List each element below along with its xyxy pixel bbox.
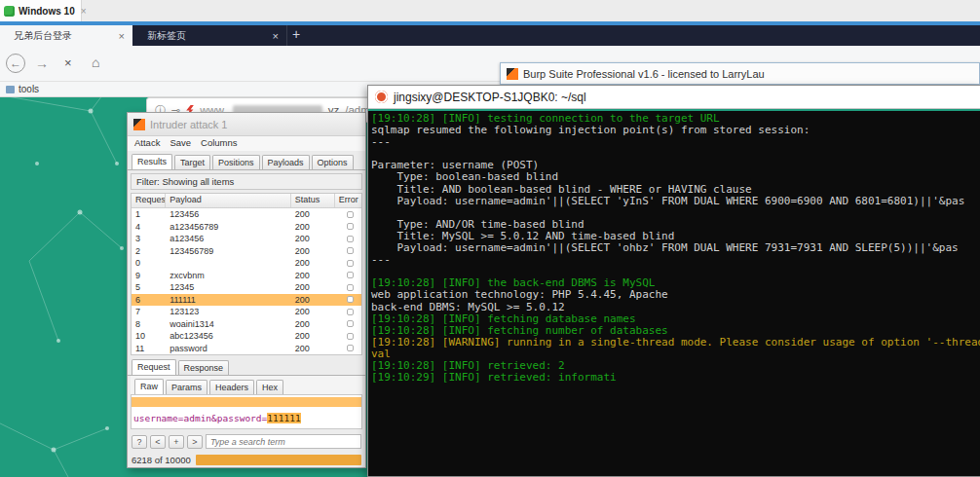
search-nav-button[interactable]: <: [150, 435, 166, 449]
browser-tab-newtab[interactable]: 新标签页 ×: [133, 25, 287, 46]
request-body-text: username=admin&password=: [133, 413, 267, 423]
terminal-output[interactable]: [19:10:28] [INFO] testing connection to …: [368, 111, 980, 384]
request-raw-view[interactable]: username=admin&password=111111: [131, 395, 362, 429]
terminal-line: Payload: username=admin'||(SELECT 'yInS'…: [371, 196, 980, 207]
column-header-status[interactable]: Status: [291, 194, 335, 207]
burp-main-window-titlebar[interactable]: Burp Suite Professional v1.6 - licensed …: [500, 62, 980, 85]
table-row[interactable]: 5 12345 200: [132, 281, 361, 294]
intruder-window: Intruder attack 1 AttackSaveColumns Resu…: [127, 112, 366, 468]
cell-status: 200: [291, 331, 335, 341]
search-nav-button[interactable]: +: [169, 435, 184, 449]
cell-payload: a123456789: [166, 222, 291, 232]
cell-error: [335, 211, 361, 218]
intruder-tabs: ResultsTargetPositionsPayloadsOptions: [128, 151, 365, 170]
tab-close-icon[interactable]: ×: [119, 30, 125, 42]
error-checkbox[interactable]: [347, 211, 354, 218]
cell-request: 3: [132, 234, 166, 243]
cell-payload: password: [166, 344, 291, 353]
message-format-tabs: RawParamsHeadersHex: [131, 376, 362, 395]
error-checkbox[interactable]: [347, 272, 354, 278]
menu-item[interactable]: Attack: [134, 137, 160, 151]
tab-close-icon[interactable]: ×: [273, 30, 279, 42]
viewer-tab[interactable]: Response: [178, 360, 230, 375]
cell-status: 200: [291, 282, 335, 292]
column-header-payload[interactable]: Payload: [166, 194, 291, 207]
error-checkbox[interactable]: [347, 236, 354, 242]
format-tab[interactable]: Params: [166, 380, 207, 394]
terminal-line: web application technology: PHP 5.4.45, …: [371, 289, 980, 301]
error-checkbox[interactable]: [347, 223, 354, 230]
error-checkbox[interactable]: [347, 296, 354, 303]
vm-tab-close-icon[interactable]: ×: [81, 6, 87, 17]
results-filter-bar[interactable]: Filter: Showing all items: [131, 173, 362, 190]
table-row[interactable]: 6 111111 200: [132, 294, 361, 307]
browser-tab-login[interactable]: 兄弟后台登录 ×: [0, 25, 132, 46]
intruder-tab[interactable]: Payloads: [262, 155, 310, 169]
cell-payload: 111111: [166, 295, 291, 305]
burp-app-icon: [507, 68, 518, 80]
terminal-titlebar[interactable]: jingsixy@DESKTOP-S1JQBK0: ~/sql: [368, 86, 980, 109]
intruder-tab[interactable]: Positions: [212, 155, 260, 169]
error-checkbox[interactable]: [347, 309, 354, 315]
cell-status: 200: [291, 271, 335, 280]
table-row[interactable]: 11 password 200: [132, 343, 361, 355]
intruder-titlebar[interactable]: Intruder attack 1: [128, 113, 365, 136]
column-header-error[interactable]: Error: [335, 194, 361, 207]
new-tab-icon[interactable]: +: [292, 26, 300, 42]
format-tab[interactable]: Raw: [134, 379, 164, 394]
table-row[interactable]: 3 a123456 200: [132, 233, 361, 245]
stop-icon[interactable]: ×: [64, 55, 72, 70]
cell-payload: woaini1314: [166, 319, 291, 329]
vm-os-icon: [4, 6, 15, 17]
cell-request: 2: [132, 246, 166, 256]
format-tab[interactable]: Hex: [256, 380, 283, 394]
vm-console-bar: Windows 10 ×: [0, 0, 980, 21]
menu-item[interactable]: Columns: [201, 137, 238, 151]
bookmark-folder-icon: [6, 86, 15, 93]
table-row[interactable]: 10 abc123456 200: [132, 330, 361, 343]
forward-icon[interactable]: →: [35, 55, 49, 71]
error-checkbox[interactable]: [347, 260, 354, 267]
intruder-title: Intruder attack 1: [150, 119, 228, 130]
burp-main-title: Burp Suite Professional v1.6 - licensed …: [523, 68, 765, 80]
browser-tab-label: 兄弟后台登录: [14, 29, 119, 43]
back-icon[interactable]: ←: [6, 54, 25, 73]
menu-item[interactable]: Save: [170, 137, 191, 151]
search-nav-button[interactable]: >: [187, 435, 203, 449]
cell-payload: 123456: [166, 209, 291, 219]
cell-error: [335, 309, 361, 315]
error-checkbox[interactable]: [347, 320, 354, 327]
column-header-request[interactable]: Request: [132, 194, 166, 207]
error-checkbox[interactable]: [347, 333, 354, 340]
cell-request: 8: [132, 319, 166, 329]
error-checkbox[interactable]: [347, 247, 354, 254]
cell-request: 1: [132, 209, 166, 219]
cell-error: [335, 223, 361, 230]
vm-tab-windows10[interactable]: Windows 10 ×: [0, 0, 82, 21]
burp-app-icon: [133, 119, 145, 130]
cell-request: 5: [132, 282, 166, 292]
viewer-tab[interactable]: Request: [132, 359, 176, 375]
table-row[interactable]: 1 123456 200: [132, 208, 361, 221]
table-row[interactable]: 7 123123 200: [132, 306, 361, 318]
table-row[interactable]: 4 a123456789 200: [132, 221, 361, 234]
attack-progress-row: 6218 of 10000: [132, 455, 361, 465]
table-row[interactable]: 2 123456789 200: [132, 245, 361, 258]
table-row[interactable]: 0 200: [132, 257, 361, 270]
intruder-tab[interactable]: Target: [174, 155, 210, 169]
cell-status: 200: [291, 209, 335, 219]
browser-tab-label: 新标签页: [147, 29, 273, 43]
search-nav-button[interactable]: ?: [132, 435, 147, 449]
intruder-tab[interactable]: Results: [132, 154, 172, 169]
search-input[interactable]: [206, 434, 361, 449]
home-icon[interactable]: ⌂: [92, 55, 99, 70]
error-checkbox[interactable]: [347, 284, 354, 291]
intruder-tab[interactable]: Options: [312, 155, 354, 169]
message-viewer-tabs: RequestResponse: [128, 355, 365, 376]
cell-payload: 123123: [166, 307, 291, 316]
bookmark-item-tools[interactable]: tools: [19, 84, 39, 94]
format-tab[interactable]: Headers: [209, 380, 254, 394]
table-row[interactable]: 8 woaini1314 200: [132, 318, 361, 331]
error-checkbox[interactable]: [347, 345, 354, 351]
table-row[interactable]: 9 zxcvbnm 200: [132, 270, 361, 282]
